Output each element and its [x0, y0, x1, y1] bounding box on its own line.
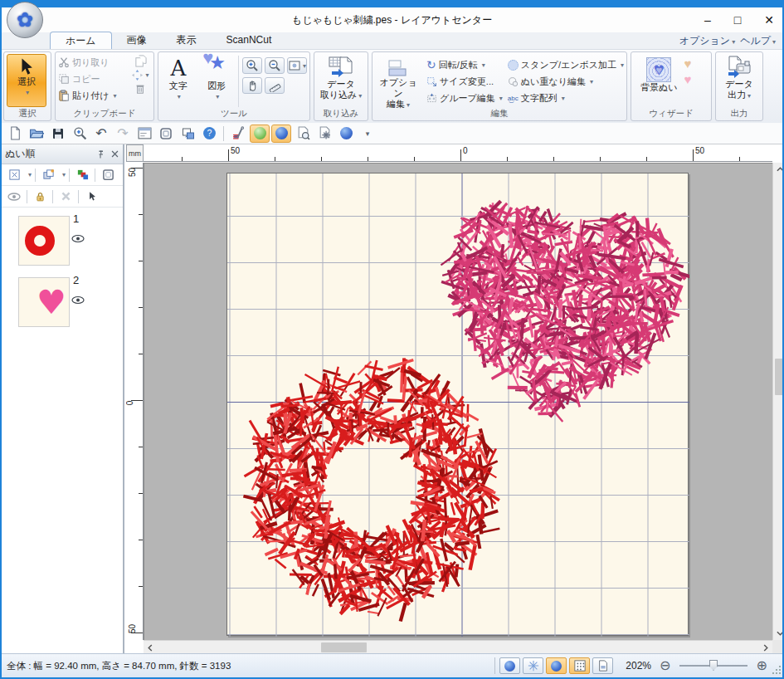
import-data-icon	[329, 56, 353, 79]
tab-scanncut[interactable]: ScanNCut	[212, 32, 287, 49]
help-button[interactable]: ?	[199, 125, 219, 143]
import-data-button[interactable]: データ 取り込み▾	[317, 54, 365, 103]
horizontal-scrollbar[interactable]	[144, 640, 772, 653]
ribbon-group-output: データ 出力▾ 出力	[715, 51, 763, 121]
delete-button[interactable]	[134, 83, 146, 95]
scroll-down-arrow[interactable]	[773, 627, 784, 640]
horizontal-scroll-thumb[interactable]	[321, 642, 367, 652]
thread-view-button[interactable]	[336, 125, 356, 143]
hoop-settings-button[interactable]	[156, 125, 176, 143]
solid-view-status-button[interactable]	[499, 657, 520, 674]
panel-show-button[interactable]	[5, 188, 23, 205]
zoom-in-plus-icon[interactable]: ⊕	[757, 657, 767, 674]
minimize-button[interactable]: –	[704, 13, 711, 27]
group-label-import: 取り込み	[314, 108, 368, 120]
open-file-button[interactable]	[27, 125, 46, 143]
vertical-scrollbar[interactable]	[772, 163, 784, 640]
titlebar[interactable]: もじゃもじゃ刺繍.pes - レイアウトセンター – □ ✕	[2, 7, 782, 32]
arrange-button[interactable]: ▾	[131, 69, 149, 81]
zoom-button[interactable]	[70, 125, 90, 143]
background-sew-button[interactable]: ♥ ♥ 背景ぬい	[639, 56, 679, 95]
tab-home[interactable]: ホーム	[50, 32, 112, 49]
realistic-view-status-button[interactable]	[546, 657, 567, 674]
ruler-label: 50	[695, 146, 704, 155]
solid-view-toggle[interactable]	[271, 125, 291, 143]
redo-button[interactable]: ↷	[113, 125, 133, 143]
text-array-button[interactable]: a͜bc 文字配列▾	[508, 90, 624, 106]
toolbar-overflow-button[interactable]: ▾	[358, 125, 377, 143]
scroll-right-arrow[interactable]	[759, 641, 772, 654]
stamp-emboss-button[interactable]: スタンプ/エンボス加工▾	[508, 56, 624, 73]
zoom-slider[interactable]: ⊖ ⊕	[660, 657, 767, 674]
scroll-left-arrow[interactable]	[144, 641, 157, 654]
panel-color-button[interactable]	[73, 167, 91, 183]
property-dialog-button[interactable]	[134, 125, 154, 143]
design-property-button[interactable]	[314, 125, 334, 143]
output-data-button[interactable]: データ 出力▾	[718, 54, 760, 103]
preview-button[interactable]	[293, 125, 313, 143]
select-button[interactable]: 選択 ▾	[7, 54, 46, 107]
page-preview-status-button[interactable]	[592, 657, 613, 674]
panel-zoom-button[interactable]	[5, 167, 23, 183]
panel-hoop-button[interactable]	[99, 167, 117, 183]
measure-button[interactable]	[265, 77, 285, 94]
zoom-fit-button[interactable]: ▾	[287, 57, 307, 74]
rotate-flip-button[interactable]: ↻ 回転/反転▾	[426, 56, 503, 73]
visibility-eye-icon[interactable]	[71, 234, 85, 243]
design-page[interactable]	[226, 173, 689, 636]
zoom-out-button[interactable]	[265, 57, 285, 74]
sew-item-2-thumbnail[interactable]: ♥	[18, 277, 70, 327]
group-label-wizard: ウィザード	[631, 108, 711, 120]
paste-button[interactable]: 貼り付け ▾	[58, 87, 129, 104]
close-panel-button[interactable]	[110, 149, 119, 159]
tab-image[interactable]: 画像	[112, 32, 162, 49]
shape-tool-button[interactable]: ♥ ★ 図形 ▾	[199, 54, 235, 109]
sew-item-2[interactable]: ♥ 2	[18, 277, 123, 332]
pin-panel-button[interactable]	[95, 149, 105, 159]
panel-select-button[interactable]	[82, 188, 100, 205]
panel-delete-button[interactable]	[56, 188, 75, 205]
resize-button[interactable]: サイズ変更...	[426, 73, 503, 90]
maximize-button[interactable]: □	[734, 13, 741, 27]
option-edit-button[interactable]: オプション 編集▾	[375, 54, 421, 109]
group-label-tools: ツール	[158, 108, 309, 120]
scissors-icon	[58, 56, 70, 68]
options-menu[interactable]: オプション▾	[679, 34, 735, 48]
ruler-unit-box: mm	[126, 144, 144, 162]
duplicate-button[interactable]	[134, 55, 147, 67]
realistic-view-toggle[interactable]	[250, 125, 270, 143]
sew-item-1-thumbnail[interactable]	[18, 216, 70, 266]
stamp-icon	[508, 60, 519, 71]
canvas-viewport[interactable]	[144, 163, 772, 640]
text-tool-button[interactable]: A 文字 ▾	[161, 54, 196, 109]
stitch-simulator-button[interactable]	[228, 125, 248, 143]
zoom-out-minus-icon[interactable]: ⊖	[660, 657, 670, 674]
stitch-view-status-button[interactable]	[523, 657, 543, 674]
panel-lock-button[interactable]	[31, 188, 49, 205]
visibility-eye-icon[interactable]	[71, 296, 85, 305]
scroll-up-arrow[interactable]	[773, 163, 784, 176]
design-page-settings-button[interactable]	[178, 125, 197, 143]
ribbon-group-select: 選択 ▾ 選択	[3, 51, 51, 121]
zoom-slider-thumb[interactable]	[709, 660, 718, 671]
copy-button[interactable]: コピー	[58, 71, 129, 87]
cut-button[interactable]: 切り取り	[58, 54, 129, 71]
overlap-edit-button[interactable]: ぬい重なり編集▾	[508, 73, 624, 90]
save-button[interactable]	[48, 125, 68, 143]
undo-button[interactable]: ↶	[91, 125, 111, 143]
sew-item-1[interactable]: 1	[18, 216, 123, 271]
pan-hand-button[interactable]	[242, 77, 262, 94]
close-button[interactable]: ✕	[764, 13, 774, 27]
application-menu-button[interactable]: ✿	[7, 2, 43, 38]
new-document-button[interactable]	[5, 125, 25, 143]
help-menu[interactable]: ヘルプ▾	[740, 34, 776, 48]
zoom-in-button[interactable]	[242, 57, 262, 74]
resize-grip[interactable]	[771, 666, 781, 676]
vertical-scroll-thumb[interactable]	[775, 359, 784, 395]
tab-view[interactable]: 表示	[162, 32, 212, 49]
grid-toggle-button[interactable]	[569, 657, 590, 674]
panel-layer-button[interactable]	[39, 167, 57, 183]
embroidery-design[interactable]	[227, 173, 689, 637]
group-edit-button[interactable]: グループ編集▾	[426, 90, 503, 106]
chevron-down-icon: ▾	[772, 38, 776, 46]
